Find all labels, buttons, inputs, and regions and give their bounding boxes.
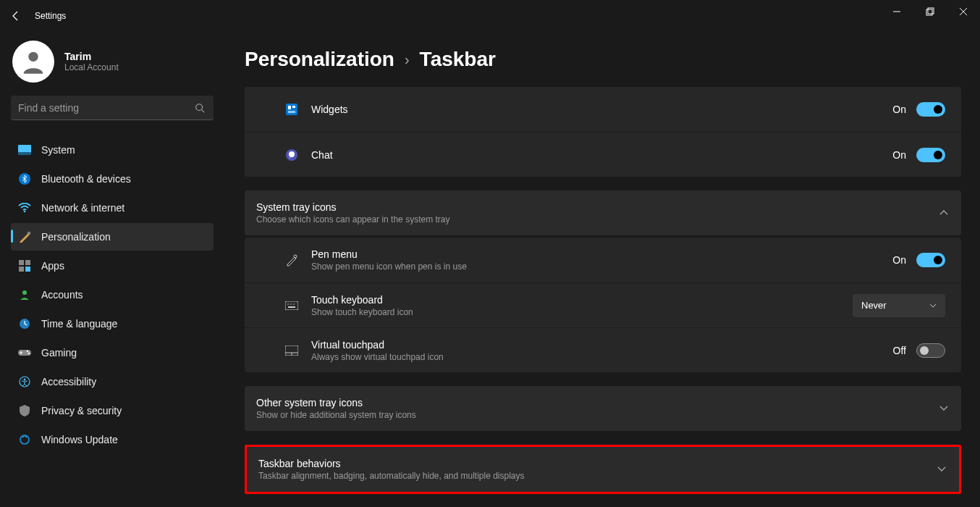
other-tray-expander[interactable]: Other system tray icons Show or hide add…: [245, 386, 961, 431]
toggle-state: Off: [893, 345, 906, 356]
section-desc: Show or hide additional system tray icon…: [256, 410, 938, 420]
nav-label: Accessibility: [41, 376, 96, 387]
sidebar-item-time[interactable]: Time & language: [11, 310, 214, 338]
svg-point-20: [27, 351, 28, 352]
search-input[interactable]: [18, 102, 206, 114]
nav-label: Time & language: [41, 318, 117, 330]
svg-point-34: [290, 303, 292, 305]
app-title: Settings: [35, 11, 66, 21]
minimize-button[interactable]: [880, 0, 913, 23]
search-input-container[interactable]: [11, 96, 214, 120]
pen-menu-toggle[interactable]: [916, 253, 945, 267]
sidebar-item-apps[interactable]: Apps: [11, 252, 214, 280]
shield-icon: [18, 404, 31, 417]
maximize-button[interactable]: [913, 0, 947, 23]
nav-label: Personalization: [41, 231, 111, 243]
sidebar-item-system[interactable]: System: [11, 136, 214, 164]
section-desc: Choose which icons can appear in the sys…: [256, 214, 938, 225]
row-label: Virtual touchpad: [311, 339, 893, 351]
svg-rect-15: [19, 267, 24, 272]
sidebar-item-accounts[interactable]: Accounts: [11, 281, 214, 309]
sidebar-item-update[interactable]: Windows Update: [11, 426, 214, 453]
clock-icon: [18, 317, 31, 330]
pen-menu-row[interactable]: Pen menu Show pen menu icon when pen is …: [245, 238, 961, 282]
chat-toggle[interactable]: [916, 148, 945, 162]
combo-value: Never: [861, 300, 887, 311]
breadcrumb: Personalization › Taskbar: [245, 48, 961, 71]
close-button[interactable]: [947, 0, 980, 23]
touchpad-icon: [285, 344, 298, 357]
svg-point-30: [289, 151, 295, 157]
row-desc: Show touch keyboard icon: [311, 307, 853, 317]
sidebar-item-privacy[interactable]: Privacy & security: [11, 397, 214, 424]
svg-rect-36: [288, 306, 295, 308]
svg-point-5: [28, 52, 38, 62]
svg-rect-1: [926, 9, 932, 15]
chevron-down-icon: [938, 403, 950, 414]
widgets-toggle[interactable]: [916, 102, 945, 117]
chevron-right-icon: ›: [405, 51, 410, 68]
chevron-up-icon: [938, 207, 950, 219]
toggle-state: On: [892, 104, 906, 115]
svg-point-23: [24, 379, 26, 381]
sidebar-item-accessibility[interactable]: Accessibility: [11, 368, 214, 395]
svg-rect-9: [18, 152, 31, 155]
svg-point-35: [293, 303, 295, 305]
row-label: Pen menu: [311, 248, 892, 260]
chat-icon: [285, 148, 298, 162]
svg-rect-27: [292, 106, 295, 108]
svg-rect-2: [928, 8, 934, 14]
wifi-icon: [18, 201, 31, 214]
section-title: Other system tray icons: [256, 397, 938, 408]
section-desc: Taskbar alignment, badging, automaticall…: [258, 471, 936, 481]
nav-label: System: [41, 144, 75, 156]
taskbar-item-widgets[interactable]: Widgets On: [245, 87, 961, 132]
svg-point-6: [196, 104, 203, 110]
system-tray-expander[interactable]: System tray icons Choose which icons can…: [245, 190, 961, 235]
virtual-touchpad-row[interactable]: Virtual touchpad Always show virtual tou…: [245, 327, 961, 372]
nav-label: Privacy & security: [41, 405, 122, 416]
nav-label: Gaming: [41, 347, 77, 359]
taskbar-behaviors-expander[interactable]: Taskbar behaviors Taskbar alignment, bad…: [247, 447, 959, 492]
user-name: Tarim: [64, 51, 119, 62]
svg-rect-28: [288, 111, 295, 113]
virtual-touchpad-toggle[interactable]: [916, 343, 945, 358]
toggle-state: On: [892, 149, 906, 161]
touch-keyboard-row[interactable]: Touch keyboard Show touch keyboard icon …: [245, 282, 961, 327]
sidebar-item-bluetooth[interactable]: Bluetooth & devices: [11, 165, 214, 193]
sidebar-item-personalization[interactable]: Personalization: [11, 223, 214, 251]
keyboard-icon: [285, 299, 298, 312]
user-profile[interactable]: Tarim Local Account: [11, 41, 217, 83]
update-icon: [18, 433, 31, 446]
taskbar-behaviors-highlighted: Taskbar behaviors Taskbar alignment, bad…: [245, 445, 961, 494]
sidebar-item-network[interactable]: Network & internet: [11, 194, 214, 222]
back-button[interactable]: [9, 9, 23, 23]
accounts-icon: [18, 288, 31, 301]
svg-point-21: [28, 353, 30, 354]
accessibility-icon: [18, 375, 31, 388]
taskbar-item-chat[interactable]: Chat On: [245, 132, 961, 177]
row-desc: Show pen menu icon when pen is in use: [311, 261, 892, 272]
pen-icon: [285, 254, 298, 267]
gaming-icon: [18, 346, 31, 359]
section-title: Taskbar behaviors: [258, 458, 936, 469]
toggle-state: On: [892, 254, 906, 266]
row-label: Widgets: [311, 104, 892, 115]
chevron-down-icon: [936, 464, 947, 475]
apps-icon: [18, 259, 31, 272]
sidebar: Tarim Local Account System Bluetooth & d…: [0, 32, 217, 507]
sidebar-item-gaming[interactable]: Gaming: [11, 339, 214, 366]
nav-label: Bluetooth & devices: [41, 173, 131, 185]
search-icon: [195, 103, 205, 113]
svg-point-24: [20, 435, 29, 444]
touch-keyboard-combo[interactable]: Never: [853, 294, 945, 317]
nav-label: Windows Update: [41, 434, 118, 445]
breadcrumb-parent[interactable]: Personalization: [245, 48, 394, 71]
avatar: [12, 41, 54, 83]
svg-rect-32: [285, 301, 298, 310]
widgets-icon: [285, 103, 298, 116]
section-title: System tray icons: [256, 201, 938, 213]
row-label: Touch keyboard: [311, 294, 853, 306]
nav-label: Apps: [41, 260, 64, 272]
svg-point-17: [22, 290, 27, 295]
